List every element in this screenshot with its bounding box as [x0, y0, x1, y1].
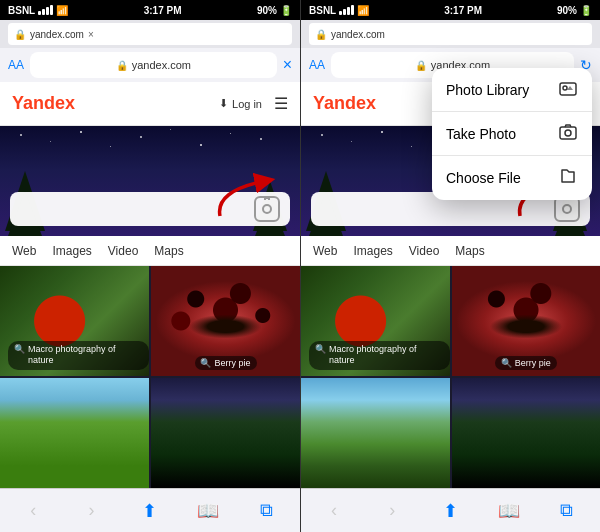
- aa-text-right[interactable]: AA: [309, 58, 325, 72]
- tab-url-right: yandex.com: [331, 29, 385, 40]
- mountains-img-left: [0, 378, 149, 488]
- nav-tab-images-right[interactable]: Images: [353, 244, 392, 258]
- grid-item-mountains-right[interactable]: [301, 378, 450, 488]
- nav-tab-maps-left[interactable]: Maps: [154, 244, 183, 258]
- status-right-right: 90% 🔋: [557, 5, 592, 16]
- active-tab-right[interactable]: 🔒 yandex.com: [309, 23, 592, 45]
- rbar1: [339, 11, 342, 15]
- bar3: [46, 7, 49, 15]
- take-photo-label: Take Photo: [446, 126, 516, 142]
- content-grid-left: 🔍 Macro photography of nature 🔍 Berry pi…: [0, 266, 300, 488]
- login-btn-left[interactable]: ⬇ Log in: [219, 97, 262, 110]
- photo-library-label: Photo Library: [446, 82, 529, 98]
- dark-mountains-img-right: [452, 378, 601, 488]
- nav-tab-images-left[interactable]: Images: [52, 244, 91, 258]
- back-btn-left[interactable]: ‹: [15, 493, 51, 529]
- tab-close-left[interactable]: ×: [88, 29, 94, 40]
- login-icon-left: ⬇: [219, 97, 228, 110]
- time-left: 3:17 PM: [144, 5, 182, 16]
- berrypie-label-text-right: Berry pie: [515, 358, 551, 368]
- left-panel: BSNL 📶 3:17 PM 90% 🔋 🔒 yandex.com × AA 🔒: [0, 0, 300, 532]
- status-left: BSNL 📶: [8, 5, 68, 16]
- lock-icon-tab: 🔒: [14, 29, 26, 40]
- ladybug-label-text-right: Macro photography of nature: [329, 344, 444, 367]
- take-photo-icon: [558, 122, 578, 146]
- search-icon-berrypie: 🔍: [200, 358, 211, 368]
- nav-tab-video-right[interactable]: Video: [409, 244, 439, 258]
- search-icon-berrypie-right: 🔍: [501, 358, 512, 368]
- status-right-left: 90% 🔋: [257, 5, 292, 16]
- camera-btn-left[interactable]: [254, 196, 280, 222]
- content-grid-right: 🔍 Macro photography of nature 🔍 Berry pi…: [301, 266, 600, 488]
- grid-item-ladybug-left[interactable]: 🔍 Macro photography of nature: [0, 266, 149, 376]
- aa-text-left[interactable]: AA: [8, 58, 24, 72]
- yandex-logo-left: Yandex: [12, 93, 75, 114]
- grid-item-berrypie-right[interactable]: 🔍 Berry pie: [452, 266, 601, 376]
- grid-item-berrypie-left[interactable]: 🔍 Berry pie: [151, 266, 300, 376]
- hero-area-left: [0, 126, 300, 236]
- grid-item-mountains-left[interactable]: [0, 378, 149, 488]
- signal-bars-left: [38, 5, 53, 15]
- camera-lens-right: [562, 204, 572, 214]
- signal-bars-right: [339, 5, 354, 15]
- status-left-right: BSNL 📶: [309, 5, 369, 16]
- search-box-left[interactable]: [10, 192, 290, 226]
- share-btn-right[interactable]: ⬆: [432, 493, 468, 529]
- svg-point-13: [563, 86, 567, 90]
- forward-btn-left[interactable]: ›: [74, 493, 110, 529]
- bar1: [38, 11, 41, 15]
- search-icon-ladybug-right: 🔍: [315, 344, 326, 356]
- header-actions-left: ⬇ Log in ☰: [219, 94, 288, 113]
- bookmarks-btn-left[interactable]: 📖: [190, 493, 226, 529]
- time-right: 3:17 PM: [444, 5, 482, 16]
- camera-lens-left: [262, 204, 272, 214]
- dropdown-menu-right: Photo Library Take Photo Choose File: [432, 68, 592, 200]
- tabs-btn-right[interactable]: ⧉: [549, 493, 585, 529]
- status-bar-left: BSNL 📶 3:17 PM 90% 🔋: [0, 0, 300, 20]
- dropdown-item-photo-library[interactable]: Photo Library: [432, 68, 592, 112]
- grid-item-dark-mountains-left[interactable]: [151, 378, 300, 488]
- tab-bar-left: 🔒 yandex.com ×: [0, 20, 300, 48]
- grid-label-ladybug-right: 🔍 Macro photography of nature: [309, 341, 450, 370]
- dropdown-item-choose-file[interactable]: Choose File: [432, 156, 592, 200]
- forward-btn-right[interactable]: ›: [374, 493, 410, 529]
- rbar4: [351, 5, 354, 15]
- status-bar-right: BSNL 📶 3:17 PM 90% 🔋: [301, 0, 600, 20]
- hamburger-left[interactable]: ☰: [274, 94, 288, 113]
- grid-label-ladybug-left: 🔍 Macro photography of nature: [8, 341, 149, 370]
- dropdown-item-take-photo[interactable]: Take Photo: [432, 112, 592, 156]
- bar2: [42, 9, 45, 15]
- bookmarks-btn-right[interactable]: 📖: [491, 493, 527, 529]
- battery-right: 90%: [557, 5, 577, 16]
- active-tab-left[interactable]: 🔒 yandex.com ×: [8, 23, 292, 45]
- ladybug-label-text: Macro photography of nature: [28, 344, 143, 367]
- url-field-left[interactable]: 🔒 yandex.com: [30, 52, 277, 78]
- grid-item-ladybug-right[interactable]: 🔍 Macro photography of nature: [301, 266, 450, 376]
- grid-item-dark-mountains-right[interactable]: [452, 378, 601, 488]
- url-text-left: yandex.com: [132, 59, 191, 71]
- choose-file-icon: [558, 166, 578, 190]
- nav-tab-web-left[interactable]: Web: [12, 244, 36, 258]
- yandex-logo-right: Yandex: [313, 93, 376, 114]
- wifi-icon-right: 📶: [357, 5, 369, 16]
- dark-mountains-img-left: [151, 378, 300, 488]
- bar4: [50, 5, 53, 15]
- tabs-btn-left[interactable]: ⧉: [249, 493, 285, 529]
- nav-tab-maps-right[interactable]: Maps: [455, 244, 484, 258]
- nav-tab-video-left[interactable]: Video: [108, 244, 138, 258]
- tab-url-left: yandex.com: [30, 29, 84, 40]
- search-area-left: [10, 192, 290, 226]
- address-bar-left: AA 🔒 yandex.com ×: [0, 48, 300, 82]
- camera-notch-left: [264, 197, 270, 200]
- lock-icon-tab-right: 🔒: [315, 29, 327, 40]
- close-btn-left[interactable]: ×: [283, 56, 292, 74]
- grid-label-berrypie-right: 🔍 Berry pie: [495, 356, 557, 370]
- mountains-img-right: [301, 378, 450, 488]
- lock-icon-left: 🔒: [116, 60, 128, 71]
- back-btn-right[interactable]: ‹: [316, 493, 352, 529]
- yandex-header-left: Yandex ⬇ Log in ☰: [0, 82, 300, 126]
- login-label-left: Log in: [232, 98, 262, 110]
- share-btn-left[interactable]: ⬆: [132, 493, 168, 529]
- nav-tab-web-right[interactable]: Web: [313, 244, 337, 258]
- battery-icon-right: 🔋: [580, 5, 592, 16]
